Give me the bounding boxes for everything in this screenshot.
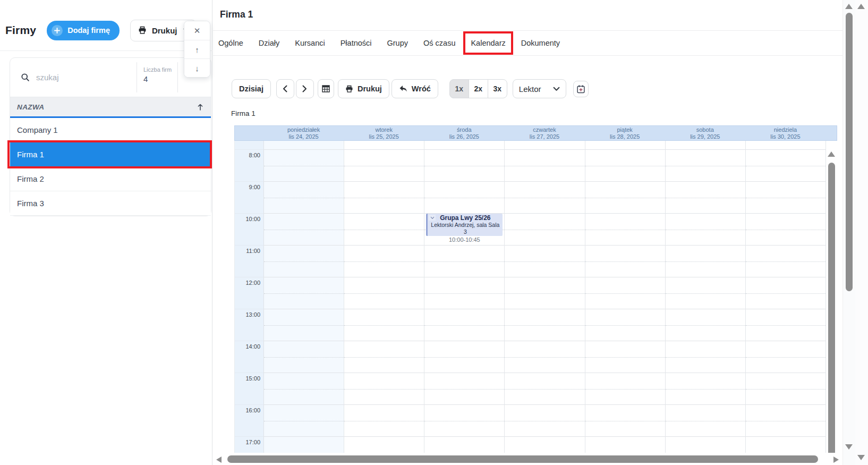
day-header: wtoreklis 25, 2025	[344, 126, 424, 140]
sort-ascending-icon[interactable]	[197, 103, 204, 111]
tab-bar: OgólneDziałyKursanciPłatnościGrupyOś cza…	[213, 30, 843, 56]
companies-panel: Liczba firm 4 NAZWA Company 1Firma 1Firm…	[10, 57, 211, 216]
day-name: piątek	[585, 126, 665, 133]
companies-count-label: Liczba firm	[143, 66, 173, 73]
menu-item-close[interactable]: ✕	[184, 21, 210, 40]
company-row[interactable]: Firma 3	[10, 191, 211, 216]
calendar-slot	[344, 277, 424, 309]
scroll-left-arrow[interactable]	[216, 456, 222, 463]
calendar-slot	[344, 213, 424, 245]
prev-week-button[interactable]	[276, 79, 294, 98]
calendar-slot	[264, 309, 344, 341]
horizontal-scrollbar-thumb[interactable]	[227, 455, 818, 463]
day-column[interactable]	[264, 141, 344, 453]
zoom-3x-button[interactable]: 3x	[488, 79, 507, 98]
calendar-slot	[264, 181, 344, 213]
calendar-slot	[505, 149, 584, 181]
column-header-name: NAZWA	[17, 103, 45, 111]
calendar-slot	[264, 213, 344, 245]
calendar-slot	[344, 309, 424, 341]
calendar-owner-label: Firma 1	[231, 109, 256, 117]
companies-list-header[interactable]: NAZWA	[10, 97, 211, 116]
calendar-event[interactable]: Grupa Lwy 25/26 Lektorski Andrzej, sala …	[426, 214, 503, 243]
calendar-slot	[585, 436, 665, 453]
day-column[interactable]	[344, 141, 424, 453]
tab-p-atno-ci[interactable]: Płatności	[341, 39, 372, 47]
event-chevron-icon[interactable]	[429, 215, 436, 221]
calendar-grid: 8:009:0010:0011:0012:0013:0014:0015:0016…	[234, 141, 837, 453]
calendar-print-button[interactable]: Drukuj	[338, 79, 389, 98]
printer-icon	[138, 26, 147, 35]
calendar-slot	[666, 341, 745, 373]
time-label: 16:00	[235, 405, 263, 413]
day-column[interactable]	[746, 141, 826, 453]
today-button[interactable]: Dzisiaj	[232, 79, 271, 98]
add-company-button[interactable]: Dodaj firmę	[47, 21, 120, 40]
day-column[interactable]	[666, 141, 746, 453]
view-mode-select[interactable]: Lektor	[513, 79, 566, 98]
calendar-slot	[666, 181, 745, 213]
time-label: 12:00	[235, 277, 263, 286]
calendar-slot	[666, 277, 745, 309]
next-week-button[interactable]	[296, 79, 314, 98]
calendar-slot	[585, 341, 665, 373]
back-button[interactable]: Wróć	[392, 79, 438, 98]
calendar-slot	[505, 341, 584, 373]
calendar-slot	[505, 404, 584, 436]
calendar-slot	[585, 404, 665, 436]
browser-scroll-down-arrow[interactable]	[857, 455, 865, 460]
time-label: 10:00	[235, 214, 263, 222]
tab-dzia-y[interactable]: Działy	[259, 39, 279, 47]
day-column[interactable]	[585, 141, 666, 453]
calendar-slot	[666, 245, 745, 277]
day-date: lis 29, 2025	[665, 133, 745, 140]
calendar-slot	[585, 213, 665, 245]
time-slot: 12:00	[235, 277, 263, 309]
day-header: niedzielalis 30, 2025	[745, 126, 826, 140]
page-scroll-down-arrow[interactable]	[845, 444, 853, 450]
calendar-slot	[264, 341, 344, 373]
page-scroll-up-arrow[interactable]	[845, 4, 853, 9]
tab-og-lne[interactable]: Ogólne	[218, 39, 243, 47]
view-mode-value: Lektor	[519, 84, 541, 94]
calendar-slot	[344, 341, 424, 373]
company-row[interactable]: Firma 1	[10, 142, 211, 167]
add-event-button[interactable]	[573, 81, 589, 97]
browser-scroll-up-arrow[interactable]	[857, 4, 865, 9]
calendar-slot	[505, 245, 584, 277]
calendar-slot	[505, 309, 584, 341]
company-row[interactable]: Company 1	[10, 118, 211, 142]
tab-dokumenty[interactable]: Dokumenty	[521, 39, 560, 47]
calendar-slot	[344, 436, 424, 453]
company-row[interactable]: Firma 2	[10, 167, 211, 191]
tab-o-czasu[interactable]: Oś czasu	[423, 39, 455, 47]
day-column[interactable]	[424, 141, 505, 453]
time-slot: 15:00	[235, 373, 263, 404]
calendar-scroll-up-arrow[interactable]	[828, 151, 835, 157]
day-name: sobota	[665, 126, 745, 133]
day-column[interactable]	[505, 141, 585, 453]
event-card: Grupa Lwy 25/26 Lektorski Andrzej, sala …	[426, 214, 503, 236]
calendar-scrollbar-thumb[interactable]	[828, 163, 835, 453]
menu-item-move-up[interactable]: ↑	[184, 40, 210, 58]
event-time: 10:00-10:45	[426, 236, 503, 243]
page-scrollbar-thumb[interactable]	[846, 13, 853, 291]
day-name: środa	[424, 126, 504, 133]
calendar-slot	[505, 181, 584, 213]
tab-grupy[interactable]: Grupy	[387, 39, 409, 47]
scroll-right-arrow[interactable]	[833, 456, 839, 463]
calendar-header-gutter	[235, 126, 263, 140]
menu-item-move-down[interactable]: ↓	[184, 58, 210, 77]
calendar-slot	[585, 245, 665, 277]
print-options-menu: ✕↑↓	[184, 21, 210, 78]
tab-kalendarz[interactable]: Kalendarz	[471, 39, 505, 47]
zoom-2x-button[interactable]: 2x	[469, 79, 488, 98]
search-input[interactable]	[35, 72, 137, 82]
calendar-slot	[424, 181, 504, 213]
table-grid-icon	[322, 85, 330, 92]
calendar-slot	[505, 373, 584, 404]
calendar-slot	[264, 373, 344, 404]
month-view-button[interactable]	[318, 79, 334, 98]
zoom-1x-button[interactable]: 1x	[449, 79, 469, 98]
tab-kursanci[interactable]: Kursanci	[295, 39, 325, 47]
